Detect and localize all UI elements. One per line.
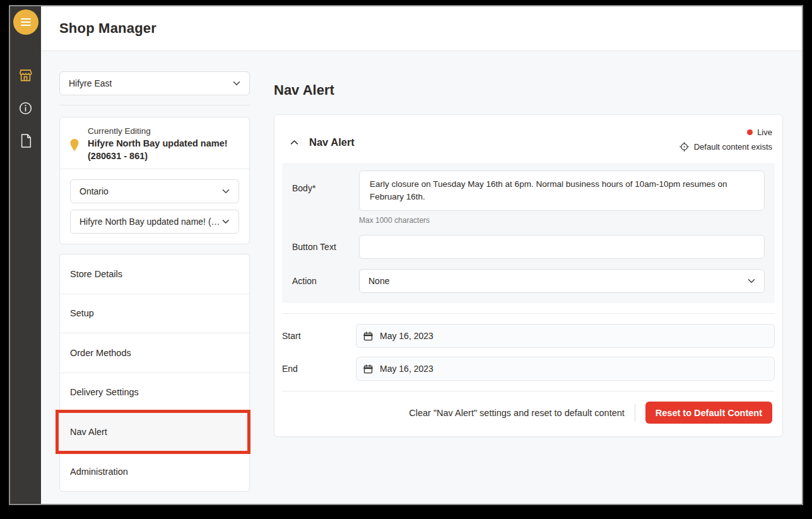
currently-editing-card: Currently Editing Hifyre North Bay updat… xyxy=(59,117,250,244)
body-textarea[interactable]: Early closure on Tuesday May 16th at 6pm… xyxy=(359,170,765,211)
body-hint: Max 1000 characters xyxy=(359,216,765,225)
button-text-input[interactable] xyxy=(359,235,765,259)
chevron-down-icon xyxy=(222,219,230,224)
hamburger-menu-icon xyxy=(21,18,31,20)
nav-item-order-methods[interactable]: Order Methods xyxy=(60,333,249,373)
chevron-down-icon xyxy=(233,81,240,86)
sidebar xyxy=(10,6,41,504)
button-text-label: Button Text xyxy=(292,242,359,252)
nav-item-setup[interactable]: Setup xyxy=(60,294,249,334)
end-label: End xyxy=(282,364,356,374)
hamburger-menu-button[interactable] xyxy=(13,9,38,35)
start-date-input[interactable]: May 16, 2023 xyxy=(356,324,775,348)
calendar-icon xyxy=(363,331,374,342)
province-select[interactable]: Ontario xyxy=(70,179,239,203)
editing-store-id: (280631 - 861) xyxy=(88,150,228,163)
main-content: Nav Alert Nav Alert Live xyxy=(274,51,783,504)
section-title: Nav Alert xyxy=(309,136,355,148)
start-date-value: May 16, 2023 xyxy=(380,331,433,341)
nav-item-store-details[interactable]: Store Details xyxy=(60,254,249,294)
action-label: Action xyxy=(292,276,359,286)
reset-to-default-button[interactable]: Reset to Default Content xyxy=(645,402,772,424)
action-select[interactable]: None xyxy=(359,269,765,293)
target-icon xyxy=(679,141,690,152)
alert-form-section: Body* Early closure on Tuesday May 16th … xyxy=(282,163,775,303)
default-content-status: Default content exists xyxy=(679,141,772,152)
action-select-value: None xyxy=(368,276,389,286)
start-label: Start xyxy=(282,331,356,341)
currently-editing-label: Currently Editing xyxy=(88,126,228,136)
app-title: Shop Manager xyxy=(59,20,156,37)
panel-divider xyxy=(59,105,250,105)
end-date-input[interactable]: May 16, 2023 xyxy=(356,357,775,381)
chevron-up-icon xyxy=(290,140,298,145)
live-dot-icon xyxy=(747,129,753,135)
footer-vertical-divider xyxy=(635,404,635,422)
body-label: Body* xyxy=(292,170,359,193)
default-content-label: Default content exists xyxy=(694,142,772,152)
chevron-down-icon xyxy=(748,278,755,283)
store-select-value: Hifyre North Bay updated name! (28... xyxy=(79,217,222,227)
nav-alert-card: Nav Alert Live xyxy=(274,114,783,437)
collapse-section-button[interactable] xyxy=(288,136,300,149)
settings-nav-list: Store Details Setup Order Methods Delive… xyxy=(59,254,250,492)
live-status: Live xyxy=(679,128,772,137)
storefront-icon[interactable] xyxy=(18,68,33,83)
document-icon[interactable] xyxy=(18,133,33,148)
location-pin-icon xyxy=(69,138,80,153)
card-divider xyxy=(282,313,775,314)
nav-item-nav-alert[interactable]: Nav Alert xyxy=(60,412,249,452)
editing-store-name: Hifyre North Bay updated name! xyxy=(88,138,228,150)
info-icon[interactable] xyxy=(18,100,33,116)
nav-item-administration[interactable]: Administration xyxy=(60,452,249,492)
page-title: Nav Alert xyxy=(274,82,783,98)
calendar-icon xyxy=(363,364,374,374)
left-panel: Hifyre East Currently Editing Hifyr xyxy=(59,51,250,504)
province-select-value: Ontario xyxy=(79,186,109,196)
clear-settings-text: Clear "Nav Alert" settings and reset to … xyxy=(409,408,625,418)
nav-item-delivery-settings[interactable]: Delivery Settings xyxy=(60,373,249,413)
chevron-down-icon xyxy=(222,189,230,194)
organization-select[interactable]: Hifyre East xyxy=(59,71,250,95)
app-window: Shop Manager Hifyre East xyxy=(9,5,803,505)
organization-select-value: Hifyre East xyxy=(69,78,112,88)
live-label: Live xyxy=(757,128,772,137)
end-date-value: May 16, 2023 xyxy=(380,364,433,374)
top-bar: Shop Manager xyxy=(41,6,802,51)
store-select[interactable]: Hifyre North Bay updated name! (28... xyxy=(70,210,239,234)
